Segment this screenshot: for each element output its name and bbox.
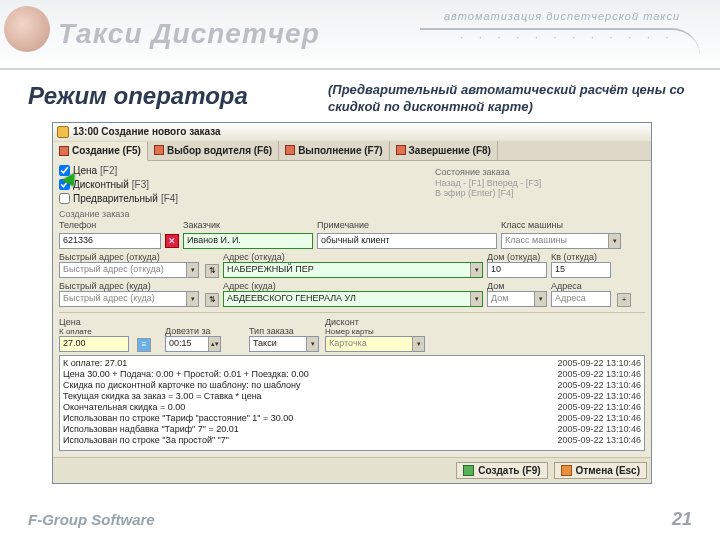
clear-phone-button[interactable]: ✕ [165, 234, 179, 248]
state-broadcast: В эфир (Enter) [F4] [435, 188, 645, 198]
close-icon [561, 465, 572, 476]
label-topay: К оплате [59, 327, 129, 336]
select-card[interactable]: Карточка▾ [325, 336, 425, 352]
input-house-from[interactable]: 10 [487, 262, 547, 278]
calc-icon[interactable]: ≡ [137, 338, 151, 352]
log-line: Цена 30.00 + Подача: 0.00 + Простой: 0.0… [63, 369, 641, 380]
log-panel[interactable]: К оплате: 27.012005-09-22 13:10:46 Цена … [59, 355, 645, 451]
input-note[interactable]: обычный клиент [317, 233, 497, 249]
label-quick-to: Быстрый адрес (куда) [59, 281, 199, 291]
chevron-down-icon: ▾ [306, 337, 318, 351]
input-house-to[interactable]: Дом▾ [487, 291, 547, 307]
swap-icon[interactable]: ⇅ [205, 293, 219, 307]
tab-process[interactable]: Выполнение (F7) [279, 141, 389, 160]
select-order-type[interactable]: Такси▾ [249, 336, 319, 352]
add-address-button[interactable]: + [617, 293, 631, 307]
swap-icon[interactable]: ⇅ [205, 264, 219, 278]
label-addresses: Адреса [551, 281, 611, 291]
header-decoration: · · · · · · · · · · · · [420, 28, 700, 56]
checkbox-price[interactable]: Цена[F2] [59, 165, 117, 176]
label-wait: Довезти за [165, 326, 221, 336]
label-class: Класс машины [501, 220, 621, 230]
app-window: 13:00 Создание нового заказа Создание (F… [52, 122, 652, 484]
label-discount: Дисконт [325, 317, 425, 327]
select-address-from[interactable]: НАБЕРЕЖНЫЙ ПЕР▾ [223, 262, 483, 278]
input-phone[interactable]: 621336 [59, 233, 161, 249]
input-price[interactable]: 27.00 [59, 336, 129, 352]
checkbox-preliminary[interactable]: Предварительный[F4] [59, 193, 178, 204]
input-addresses[interactable]: Адреса [551, 291, 611, 307]
chevron-down-icon: ▾ [412, 337, 424, 351]
input-flat-from[interactable]: 15 [551, 262, 611, 278]
separator [59, 312, 645, 313]
chevron-down-icon: ▾ [186, 263, 198, 277]
label-quick-from: Быстрый адрес (откуда) [59, 252, 199, 262]
brand-title: Такси Диспетчер [58, 18, 320, 50]
select-quick-to[interactable]: Быстрый адрес (куда)▾ [59, 291, 199, 307]
label-house-from: Дом (откуда) [487, 252, 547, 262]
operator-avatar [4, 6, 50, 52]
order-group-label: Создание заказа [59, 209, 645, 219]
footer-page-number: 21 [672, 509, 692, 530]
label-flat-from: Кв (откуда) [551, 252, 611, 262]
chevron-down-icon: ▾ [470, 292, 482, 306]
label-note: Примечание [317, 220, 497, 230]
select-address-to[interactable]: АБДЕЕВСКОГО ГЕНЕРАЛА УЛ▾ [223, 291, 483, 307]
app-icon [57, 126, 69, 138]
log-line: Использован по строке "Тариф "расстояние… [63, 413, 641, 424]
log-line: Скидка по дисконтной карточке по шаблону… [63, 380, 641, 391]
chevron-down-icon: ▾ [186, 292, 198, 306]
select-quick-from[interactable]: Быстрый адрес (откуда)▾ [59, 262, 199, 278]
label-client: Заказчик [183, 220, 313, 230]
label-house-to: Дом [487, 281, 547, 291]
tab-driver[interactable]: Выбор водителя (F6) [148, 141, 279, 160]
label-card: Номер карты [325, 327, 425, 336]
tab-create[interactable]: Создание (F5) [53, 142, 148, 161]
footer-company: F-Group Software [28, 511, 155, 528]
window-titlebar[interactable]: 13:00 Создание нового заказа [53, 123, 651, 141]
tab-icon [396, 145, 406, 155]
tab-bar: Создание (F5) Выбор водителя (F6) Выполн… [53, 141, 651, 161]
page-title: Режим оператора [28, 82, 328, 110]
log-line: Текущая скидка за заказ = 3.00 = Ставка … [63, 391, 641, 402]
input-client[interactable]: Иванов И. И. [183, 233, 313, 249]
check-icon [463, 465, 474, 476]
chevron-down-icon: ▾ [534, 292, 546, 306]
brand-tagline: автоматизация диспетчерской такси [444, 10, 680, 22]
cancel-button[interactable]: Отмена (Esc) [554, 462, 647, 479]
state-header: Состояние заказа [435, 167, 645, 177]
log-line: Окончательная скидка = 0.002005-09-22 13… [63, 402, 641, 413]
create-button[interactable]: Создать (F9) [456, 462, 547, 479]
chevron-down-icon: ▾ [470, 263, 482, 277]
label-address-to: Адрес (куда) [223, 281, 483, 291]
select-class[interactable]: Класс машины▾ [501, 233, 621, 249]
log-line: Использован по строке "За простой" "7"20… [63, 435, 641, 446]
label-address-from: Адрес (откуда) [223, 252, 483, 262]
tab-finish[interactable]: Завершение (F8) [390, 141, 498, 160]
page-subtitle: (Предварительный автоматический расчёт ц… [328, 82, 692, 116]
state-nav: Назад - [F1] Вперед - [F3] [435, 178, 645, 188]
window-title: 13:00 Создание нового заказа [73, 126, 221, 137]
tab-icon [154, 145, 164, 155]
tab-icon [285, 145, 295, 155]
log-line: Использован надбавка "Тариф" 7" = 20.012… [63, 424, 641, 435]
tab-icon [59, 146, 69, 156]
log-line: К оплате: 27.012005-09-22 13:10:46 [63, 358, 641, 369]
label-price: Цена [59, 317, 129, 327]
label-phone: Телефон [59, 220, 179, 230]
chevron-down-icon: ▾ [608, 234, 620, 248]
label-order-type: Тип заказа [249, 326, 319, 336]
stepper-icon: ▴▾ [208, 337, 220, 351]
input-wait[interactable]: 00:15▴▾ [165, 336, 221, 352]
